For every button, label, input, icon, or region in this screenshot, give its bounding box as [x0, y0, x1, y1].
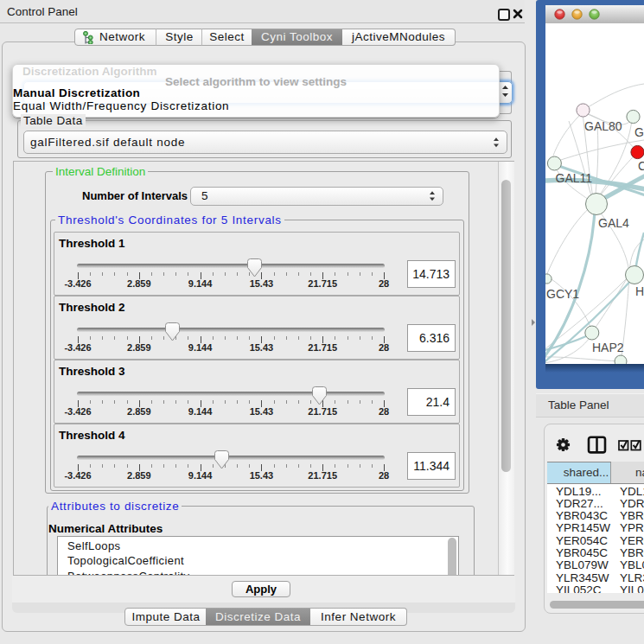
svg-text:GAL4: GAL4	[598, 216, 629, 230]
svg-text:GCY1: GCY1	[546, 287, 579, 301]
svg-text:C: C	[638, 159, 644, 173]
svg-text:GAL11: GAL11	[556, 171, 593, 185]
svg-text:HAP2: HAP2	[592, 341, 624, 354]
svg-text:GAL80: GAL80	[584, 119, 622, 133]
svg-text:G: G	[634, 125, 644, 139]
svg-text:H: H	[635, 284, 644, 298]
